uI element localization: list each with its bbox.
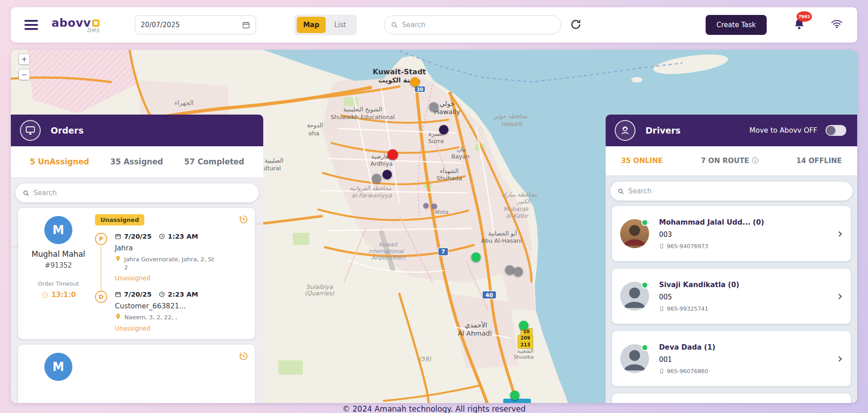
map-marker-dot[interactable] [423,203,429,208]
map-marker-gray[interactable] [429,102,439,112]
map-list-toggle: Map List [294,14,357,35]
map-label: Shuwaikh Educational [331,114,395,120]
drivers-icon [615,120,636,141]
toggle-list-button[interactable]: List [326,17,355,33]
global-search-input[interactable] [402,21,555,29]
map-marker-red[interactable] [388,149,398,160]
map-label: الكبير [517,198,531,205]
online-dot [641,282,648,288]
drivers-panel-header: Drivers Move to Abovv OFF [606,115,857,146]
clock-icon [159,291,165,298]
connection-status[interactable] [830,18,844,32]
map-marker-dot[interactable] [432,203,437,209]
driver-card[interactable]: Sivaji Kandikatla (0) 005 965-99325741 › [612,269,851,324]
pickup-marker: P [95,233,107,245]
orders-search-input[interactable] [33,189,251,197]
toggle-map-button[interactable]: Map [297,17,326,33]
map-marker-gray[interactable] [372,174,381,183]
road-badge-yellow: 209 [517,335,533,342]
drop-name: Customer_663821... [115,302,249,310]
drivers-panel-title: Drivers [645,125,681,135]
refresh-icon [570,19,582,30]
road-badge: 30 [414,86,425,93]
phone-icon [659,243,664,249]
wifi-icon [830,18,844,30]
logo-sub-text: DMS [87,28,100,34]
map-container[interactable]: Kuwait-Stadt مدينة الكويت الجهراء الدوحة… [11,50,857,403]
map-label: International [368,248,403,254]
map-marker-green[interactable] [471,253,481,262]
phone-icon [659,306,664,312]
refresh-button[interactable] [569,18,583,32]
orders-tabs: 5 UnAssigned 35 Assigned 57 Completed [11,146,263,177]
map-label: oha [308,130,319,136]
notifications-button[interactable]: 7982 [793,18,806,32]
map-marker-green[interactable] [510,390,520,400]
driver-code: 001 [659,355,833,364]
map-zoom-controls: + − [19,53,30,80]
search-icon [391,21,398,29]
orders-tab-completed[interactable]: 57 Completed [184,157,244,166]
driver-avatar [620,344,649,373]
map-marker-gray[interactable] [505,265,515,275]
map-label: Shuaiba [513,354,534,360]
order-card[interactable]: M [18,345,255,403]
driver-card[interactable]: Mohammad Jalal Udd... (0) 003 965-940769… [612,206,851,261]
orders-tab-assigned[interactable]: 35 Assigned [110,157,163,166]
order-card[interactable]: M Mughal Mahal #91352 Order Timeout 13:1… [18,208,255,339]
drivers-tab-offline[interactable]: 14 OFFLINE [796,157,842,165]
date-picker[interactable]: 20/07/2025 [135,15,256,34]
map-label: محافظة الفروانية [350,185,391,192]
driver-card[interactable]: Deva Dada (1) 001 965-96076860 › [612,331,851,386]
drivers-tabs: 35 ONLINE 7 ON ROUTE ⓘ 14 OFFLINE [606,146,857,175]
order-timeout-value: 13:1:0 [52,291,76,299]
chevron-right-icon[interactable]: › [838,290,843,303]
pickup-time: 1:23 AM [168,233,198,240]
drop-date: 7/20/25 [124,291,152,298]
pickup-stop: P 7/20/25 1:23 AM Jahra [95,233,249,286]
map-label: Abu Al-Hasani [481,237,522,244]
timer-icon [41,291,49,299]
order-timeout-label: Order Timeout [38,280,79,287]
app-logo: abovv DMS [52,16,100,34]
map-label: Kuwait-Stadt [373,68,426,76]
chevron-right-icon[interactable]: › [838,227,843,240]
map-label: al-Kabir [506,212,528,219]
abovv-toggle[interactable] [825,125,846,136]
drivers-search-input[interactable] [628,187,845,195]
orders-search [15,183,259,202]
abovv-toggle-label: Move to Abovv OFF [749,126,817,134]
map-label: Sulaibiya [306,283,333,290]
orders-tab-unassigned[interactable]: 5 UnAssigned [30,157,89,166]
menu-icon[interactable] [24,20,38,30]
orders-panel-header: Orders [11,115,263,146]
map-marker-orange[interactable] [410,77,420,87]
order-history-icon[interactable] [238,214,249,226]
pickup-name: Jahra [115,244,249,252]
map-marker-green[interactable] [519,321,528,330]
drop-address: Naeem, 3, 2, 22, , [124,313,177,322]
map-label: Bayan [451,153,470,160]
info-icon[interactable]: ⓘ [752,157,758,165]
drivers-tab-online[interactable]: 35 ONLINE [621,157,663,165]
order-history-icon[interactable] [238,351,249,363]
zoom-out-button[interactable]: − [19,69,30,80]
drivers-tab-onroute[interactable]: 7 ON ROUTE ⓘ [701,157,759,165]
map-label: Wista [435,210,449,215]
map-label: Surra [428,137,444,144]
status-badge: Unassigned [95,214,144,226]
chevron-right-icon[interactable]: › [838,352,843,365]
map-marker-purple[interactable] [439,125,449,134]
driver-card[interactable] [612,394,851,403]
map-marker-gray[interactable] [513,267,523,276]
zoom-in-button[interactable]: + [19,53,30,65]
driver-code: 003 [659,231,833,239]
map-marker-purple[interactable] [382,170,392,179]
create-task-button[interactable]: Create Task [706,15,767,35]
map-label: (Quarries) [305,290,334,297]
search-icon [617,188,624,195]
online-dot [641,219,648,226]
calendar-icon[interactable] [242,21,250,29]
global-search [384,15,561,34]
map-label: Mubarak [503,206,529,212]
